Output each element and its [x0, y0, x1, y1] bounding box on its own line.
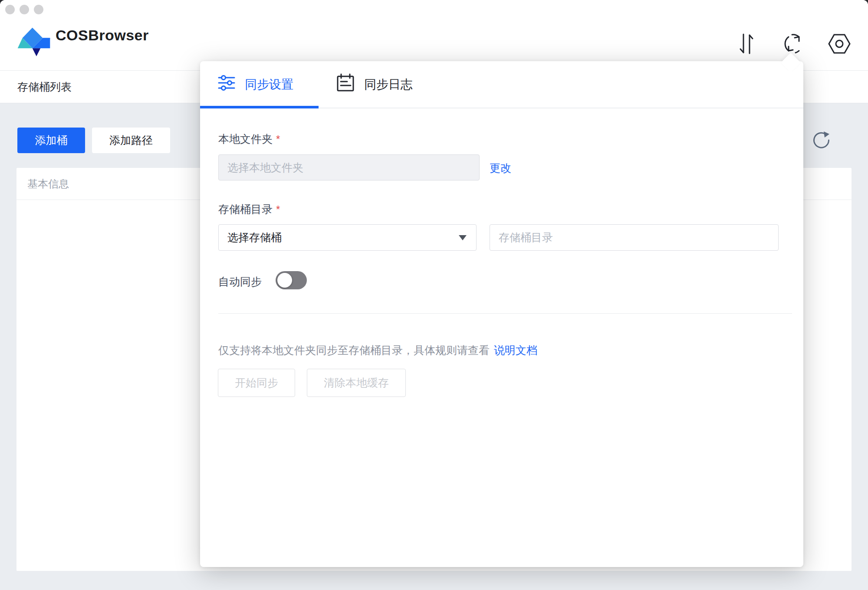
sync-popover: 同步设置 同步日志 本地文件夹* 更改 存储桶目录* — [200, 61, 803, 567]
tab-sync-log[interactable]: 同步日志 — [336, 61, 413, 108]
settings-hexagon-icon[interactable] — [827, 32, 852, 56]
local-folder-input[interactable] — [218, 154, 480, 180]
sync-note-text: 仅支持将本地文件夹同步至存储桶目录，具体规则请查看 — [218, 344, 490, 356]
app-title: COSBrowser — [56, 0, 149, 70]
transfer-arrows-icon[interactable] — [735, 32, 759, 56]
popover-tabbar: 同步设置 同步日志 — [200, 61, 803, 108]
sync-note: 仅支持将本地文件夹同步至存储桶目录，具体规则请查看说明文档 — [218, 343, 537, 357]
clear-cache-button[interactable]: 清除本地缓存 — [307, 369, 406, 397]
table-header-basic-info: 基本信息 — [27, 168, 69, 200]
change-link[interactable]: 更改 — [490, 161, 511, 175]
toggle-knob — [277, 273, 292, 288]
tab-sync-settings[interactable]: 同步设置 — [218, 61, 293, 108]
page-title: 存储桶列表 — [17, 71, 72, 103]
active-tab-underline — [200, 106, 319, 108]
divider — [218, 313, 792, 314]
required-asterisk: * — [276, 133, 280, 145]
bucket-dir-label: 存储桶目录* — [218, 202, 280, 216]
cosbrowser-window: COSBrowser 存储桶列表 添加桶 — [0, 0, 868, 590]
window-controls — [5, 5, 43, 14]
chevron-down-icon — [459, 235, 467, 240]
refresh-icon[interactable] — [809, 128, 834, 153]
bucket-select-dropdown[interactable]: 选择存储桶 — [218, 224, 477, 251]
docs-link[interactable]: 说明文档 — [494, 344, 537, 356]
window-close-button[interactable] — [5, 5, 15, 14]
bucket-dir-input[interactable] — [490, 224, 779, 251]
tab-sync-settings-label: 同步设置 — [245, 76, 293, 93]
log-icon — [336, 73, 355, 95]
window-minimize-button[interactable] — [20, 5, 29, 14]
bucket-select-value: 选择存储桶 — [227, 230, 459, 245]
sliders-icon — [218, 74, 235, 95]
auto-sync-label: 自动同步 — [218, 275, 262, 289]
app-header: COSBrowser — [0, 0, 868, 71]
auto-sync-toggle[interactable] — [276, 271, 307, 289]
add-path-button[interactable]: 添加路径 — [92, 128, 170, 153]
local-folder-label: 本地文件夹* — [218, 132, 280, 146]
required-asterisk: * — [276, 203, 280, 215]
cos-logo-icon — [17, 27, 50, 62]
add-bucket-button[interactable]: 添加桶 — [17, 128, 85, 153]
sync-icon[interactable] — [782, 32, 806, 56]
start-sync-button[interactable]: 开始同步 — [218, 369, 295, 397]
window-zoom-button[interactable] — [34, 5, 43, 14]
tab-sync-log-label: 同步日志 — [364, 76, 413, 93]
